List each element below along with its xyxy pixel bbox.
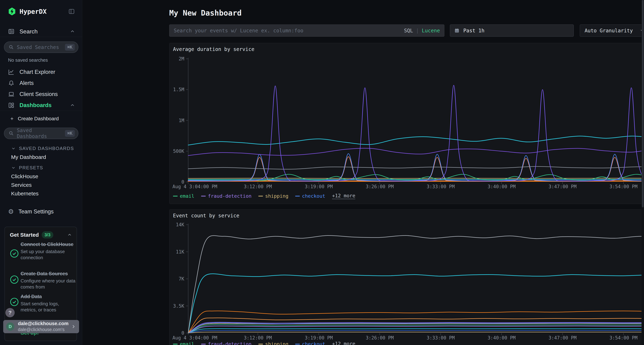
check-circle-icon [9,297,19,307]
saved-searches-input[interactable]: Saved Searches ⌘K [4,41,78,53]
legend-item[interactable]: email [173,193,194,199]
event-count-chart-panel: Event count by service 03.5K7K11K14KAug … [169,209,644,345]
legend-dash-icon [295,196,300,196]
saved-dashboards-section-header[interactable]: SAVED DASHBOARDS [0,145,82,152]
svg-text:3:47:00 PM: 3:47:00 PM [548,335,576,341]
sidebar-item-team-settings[interactable]: ⚙ Team Settings [0,207,82,217]
page-scrollbar[interactable] [642,0,644,345]
create-dashboard-label: Create Dashboard [18,116,59,122]
check-circle-icon [9,275,19,285]
legend-dash-icon [201,344,206,345]
legend-item[interactable]: checkout [295,193,325,199]
sidebar: HyperDX Search Saved Searches ⌘K No save… [0,0,82,345]
svg-text:7K: 7K [179,276,184,282]
time-range-picker[interactable]: Past 1h [450,24,574,37]
svg-text:3:12:00 PM: 3:12:00 PM [244,335,272,341]
dashboard-grid-icon [8,102,14,108]
legend-item[interactable]: email [173,341,194,345]
user-account-button[interactable]: D dale@clickhouse.com dale@clickhouse.co… [3,320,79,333]
calendar-icon [454,28,460,33]
get-started-item-desc: Set up your database connection [20,249,76,261]
get-started-item-title: Create Data Sources [20,270,76,277]
get-started-title: Get Started [10,232,39,238]
svg-text:3:12:00 PM: 3:12:00 PM [244,184,272,189]
get-started-progress-badge: 3/3 [42,231,53,239]
presets-section-header[interactable]: PRESETS [0,164,82,171]
section-label: SAVED DASHBOARDS [19,146,74,151]
sidebar-item-kubernetes-preset[interactable]: Kubernetes [0,190,82,197]
legend-item[interactable]: checkout [295,341,325,345]
check-circle-icon [9,249,19,259]
svg-text:3:40:00 PM: 3:40:00 PM [488,335,516,341]
scrollbar-thumb[interactable] [642,0,644,207]
section-label: PRESETS [19,165,43,171]
duration-chart-panel: Average duration by service 0500K1M1.5M2… [169,43,644,204]
legend-item[interactable]: fraud-detection [201,193,252,199]
sidebar-item-my-dashboard[interactable]: My Dashboard [0,154,82,160]
legend-dash-icon [258,196,263,196]
preset-link-label: Kubernetes [11,191,38,197]
sidebar-item-client-sessions[interactable]: Client Sessions [0,89,82,99]
legend-label: checkout [302,193,325,199]
sidebar-collapse-icon[interactable] [68,8,75,15]
svg-text:0: 0 [182,330,184,336]
sidebar-item-services-preset[interactable]: Services [0,182,82,188]
nav-label: Chart Explorer [20,69,55,75]
sidebar-item-chart-explorer[interactable]: Chart Explorer [0,67,82,77]
svg-text:3:26:00 PM: 3:26:00 PM [366,184,394,189]
get-started-item[interactable]: Create Data Sources Configure where your… [20,270,76,290]
sidebar-item-dashboards[interactable]: Dashboards [0,100,82,110]
legend-item[interactable]: shipping [258,341,288,345]
search-icon [8,44,14,50]
get-started-item-title: Add Data [20,293,76,300]
chart-line-icon [8,69,14,75]
svg-text:2M: 2M [179,56,184,61]
divider [0,37,82,37]
sidebar-item-clickhouse-preset[interactable]: ClickHouse [0,173,82,180]
chevron-up-icon[interactable] [67,232,72,237]
sql-toggle[interactable]: SQL [404,28,413,34]
hyperdx-logo-icon [8,7,16,16]
plus-icon: + [10,116,14,122]
chevron-up-icon[interactable] [70,103,75,108]
logo-text: HyperDX [20,8,47,15]
chevron-up-icon[interactable] [70,29,75,34]
legend-more-link[interactable]: +12 more [332,341,355,345]
gear-icon: ⚙ [8,208,14,215]
get-started-item-title: Connect to ClickHouse [20,241,76,248]
saved-dashboards-placeholder: Saved Dashboards [17,127,65,139]
sidebar-item-alerts[interactable]: Alerts [0,78,82,88]
legend-item[interactable]: shipping [258,193,288,199]
user-email: dale@clickhouse.com [18,321,68,327]
user-org: dale@clickhouse.com's [18,327,68,333]
event-count-chart[interactable]: 03.5K7K11K14KAug 4 3:04:00 PM3:12:00 PM3… [172,222,644,345]
duration-chart[interactable]: 0500K1M1.5M2MAug 4 3:04:00 PM3:12:00 PM3… [172,56,644,193]
search-section-icon [8,28,14,35]
get-started-item[interactable]: Connect to ClickHouse Set up your databa… [20,241,76,261]
create-dashboard-button[interactable]: + Create Dashboard [0,114,82,123]
lucene-toggle[interactable]: Lucene [422,28,440,34]
sidebar-item-search[interactable]: Search [0,26,82,36]
svg-text:Aug 4 3:04:00 PM: Aug 4 3:04:00 PM [172,335,217,341]
svg-text:3:33:00 PM: 3:33:00 PM [427,335,455,341]
event-search-placeholder: Search your events w/ Lucene ex. column:… [174,28,404,34]
legend-item[interactable]: fraud-detection [201,341,252,345]
svg-text:3:54:00 PM: 3:54:00 PM [610,335,638,341]
nav-label: Client Sessions [20,91,58,97]
help-button[interactable]: ? [5,308,15,317]
chevron-down-icon [11,165,16,170]
language-toggle-divider: | [416,28,419,34]
nav-label-active: Dashboards [20,102,52,108]
svg-text:3:26:00 PM: 3:26:00 PM [366,335,394,341]
team-settings-label: Team Settings [18,208,54,215]
legend-label: shipping [265,341,288,345]
svg-text:3.5K: 3.5K [173,303,184,309]
svg-text:11K: 11K [176,249,184,255]
svg-text:3:33:00 PM: 3:33:00 PM [427,184,455,189]
event-search-input[interactable]: Search your events w/ Lucene ex. column:… [169,24,444,37]
get-started-item[interactable]: Add Data Start sending logs, metrics, or… [20,293,76,313]
saved-dashboards-input[interactable]: Saved Dashboards ⌘K [4,128,78,139]
granularity-select[interactable]: Auto Granularity [580,24,644,37]
legend-more-link[interactable]: +12 more [332,193,355,199]
page-title: My New Dashboard [169,8,242,17]
